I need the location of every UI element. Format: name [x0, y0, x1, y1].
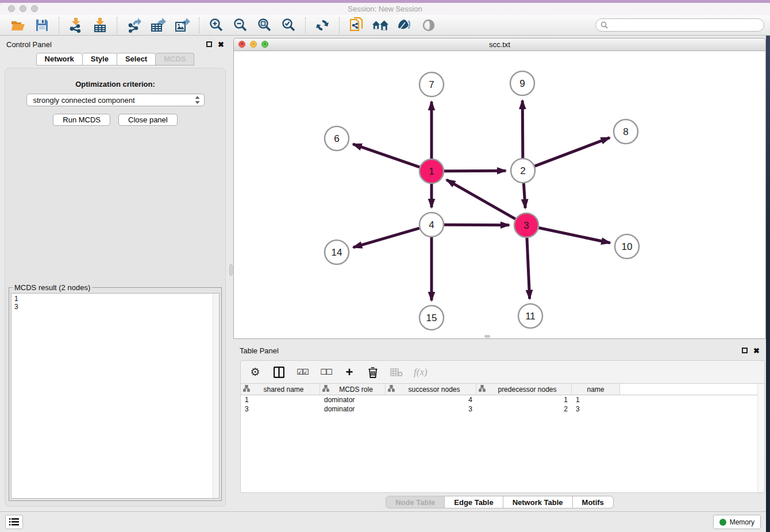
close-table-panel-icon[interactable]: ✖ [753, 347, 760, 354]
edge-3-1[interactable] [446, 180, 515, 219]
column-header-successor-nodes[interactable]: successor nodes [386, 384, 476, 395]
delete-column-icon[interactable] [367, 365, 379, 379]
table-row[interactable]: 1dominator411 [241, 395, 764, 404]
add-column-icon[interactable]: + [343, 365, 356, 379]
delete-table-icon [390, 365, 403, 379]
toolbar-separator [117, 17, 117, 33]
tab-style[interactable]: Style [83, 53, 117, 65]
maximize-window-icon[interactable] [31, 5, 38, 12]
column-header-name[interactable]: name [572, 384, 620, 395]
node-label-10: 10 [622, 241, 633, 252]
open-session-icon[interactable] [9, 17, 26, 33]
tab-mcds[interactable]: MCDS [156, 53, 194, 65]
edge-1-6[interactable] [353, 144, 419, 167]
network-view-window: ✕ − + scc.txt 7968124314101511 [233, 38, 766, 339]
tab-network[interactable]: Network [36, 53, 83, 65]
cell-predecessor-nodes[interactable]: 1 [476, 396, 572, 404]
table-settings-icon[interactable]: ⚙ [249, 365, 261, 379]
close-network-icon[interactable]: ✕ [238, 41, 245, 48]
export-table-icon[interactable] [149, 17, 167, 33]
close-panel-icon[interactable]: ✖ [218, 41, 224, 48]
control-panel-tabs: NetworkStyleSelectMCDS [0, 53, 230, 65]
tab-node-table[interactable]: Node Table [386, 496, 445, 508]
tab-motifs[interactable]: Motifs [573, 496, 614, 508]
minimize-network-icon[interactable]: − [250, 41, 257, 48]
import-table-icon[interactable] [91, 17, 109, 33]
network-canvas[interactable]: 7968124314101511 [234, 51, 765, 338]
save-session-icon[interactable] [33, 17, 51, 33]
select-all-rows-icon[interactable]: ☑☑ [296, 365, 309, 379]
list-icon [9, 518, 19, 526]
column-header-shared-name[interactable]: shared name [241, 384, 320, 395]
maximize-network-icon[interactable]: + [261, 41, 268, 48]
cell-shared-name[interactable]: 1 [241, 396, 320, 404]
edge-3-11[interactable] [527, 238, 530, 299]
column-header-MCDS-role[interactable]: MCDS role [320, 384, 386, 395]
search-field[interactable] [595, 18, 764, 32]
table-tabs: Node TableEdge TableNetwork TableMotifs [233, 496, 766, 508]
edge-2-9[interactable] [522, 101, 523, 158]
panel-divider-grip[interactable] [229, 264, 233, 276]
node-label-14: 14 [332, 247, 342, 258]
edge-4-3[interactable] [444, 225, 509, 225]
cell-shared-name[interactable]: 3 [241, 405, 320, 413]
zoom-selected-icon[interactable] [280, 17, 297, 33]
criterion-dropdown[interactable]: strongly connected component [26, 94, 205, 106]
split-panel-icon[interactable] [272, 365, 285, 379]
table-panel-header: Table Panel ✖ [233, 342, 766, 359]
refresh-view-icon[interactable] [314, 17, 331, 33]
edge-2-8[interactable] [535, 138, 610, 167]
cell-MCDS-role[interactable]: dominator [320, 396, 386, 404]
import-network-icon[interactable] [67, 17, 84, 33]
tab-select[interactable]: Select [117, 53, 156, 65]
column-header-predecessor-nodes[interactable]: predecessor nodes [476, 384, 572, 395]
optimization-criterion-label: Optimization criterion: [5, 80, 225, 88]
zoom-out-icon[interactable] [232, 17, 249, 33]
toolbar-separator [305, 17, 306, 33]
mcds-result-text[interactable]: 1 3 [11, 293, 220, 499]
edge-1-2[interactable] [444, 171, 506, 171]
minimize-window-icon[interactable] [20, 5, 26, 12]
hierarchy-icon [243, 385, 250, 394]
cell-MCDS-role[interactable]: dominator [320, 405, 386, 413]
canvas-scrollbar-thumb[interactable] [484, 335, 490, 338]
close-window-icon[interactable] [8, 5, 15, 12]
node-table[interactable]: shared nameMCDS rolesuccessor nodesprede… [240, 383, 765, 493]
table-row[interactable]: 3dominator323 [241, 404, 764, 414]
cell-name[interactable]: 1 [572, 396, 620, 404]
network-from-selection-icon[interactable] [348, 17, 365, 33]
cell-successor-nodes[interactable]: 4 [386, 396, 476, 404]
memory-button[interactable]: Memory [713, 515, 761, 529]
zoom-in-icon[interactable] [207, 17, 225, 33]
float-panel-icon[interactable] [206, 41, 212, 47]
tab-edge-table[interactable]: Edge Table [445, 496, 503, 508]
cell-predecessor-nodes[interactable]: 2 [476, 405, 572, 413]
export-network-icon[interactable] [125, 17, 143, 33]
deselect-all-rows-icon[interactable]: ☐☐ [319, 365, 332, 379]
float-table-panel-icon[interactable] [742, 348, 748, 353]
tab-network-table[interactable]: Network Table [503, 496, 573, 508]
window-title: Session: New Session [348, 5, 422, 13]
node-label-15: 15 [426, 313, 437, 323]
show-graphics-details-icon[interactable] [420, 17, 437, 33]
network-window-title: scc.txt [489, 40, 510, 49]
result-scrollbar[interactable] [213, 294, 219, 498]
run-mcds-button[interactable]: Run MCDS [53, 114, 110, 126]
node-label-6: 6 [334, 133, 339, 144]
memory-label: Memory [730, 518, 754, 526]
node-label-4: 4 [429, 219, 434, 230]
edge-4-14[interactable] [353, 228, 419, 247]
task-history-button[interactable] [5, 515, 23, 529]
home-layout-icon[interactable] [372, 17, 389, 33]
search-input[interactable] [611, 21, 759, 29]
apply-style-icon[interactable] [396, 17, 413, 33]
network-graph[interactable]: 7968124314101511 [234, 51, 765, 338]
edge-3-10[interactable] [539, 228, 610, 243]
export-image-icon[interactable] [174, 17, 191, 33]
close-panel-button[interactable]: Close panel [118, 114, 178, 126]
cell-name[interactable]: 3 [572, 405, 620, 413]
zoom-fit-icon[interactable] [256, 17, 273, 33]
edge-2-3[interactable] [523, 183, 525, 208]
cell-successor-nodes[interactable]: 3 [386, 405, 476, 413]
table-scrollbar[interactable] [757, 384, 764, 492]
